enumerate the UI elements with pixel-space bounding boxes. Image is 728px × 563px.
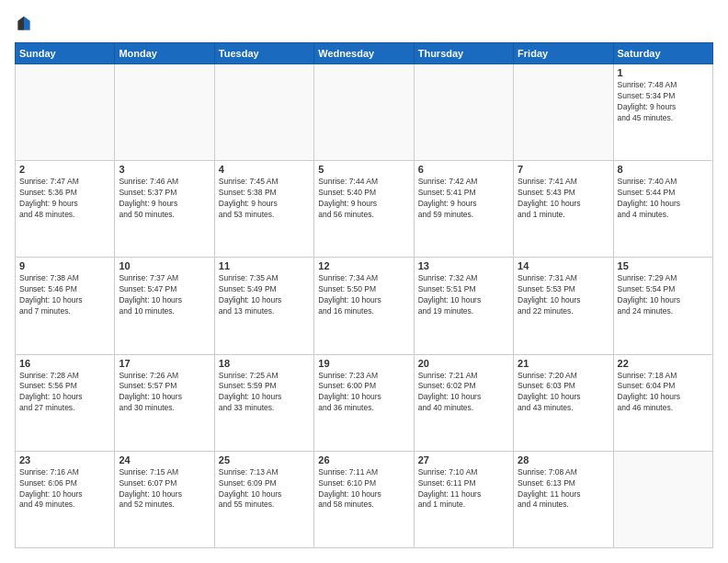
calendar-cell: 7Sunrise: 7:41 AM Sunset: 5:43 PM Daylig… xyxy=(514,161,613,258)
weekday-header: Wednesday xyxy=(314,43,414,64)
day-number: 8 xyxy=(618,164,709,175)
day-info: Sunrise: 7:44 AM Sunset: 5:40 PM Dayligh… xyxy=(318,177,409,221)
day-info: Sunrise: 7:28 AM Sunset: 5:56 PM Dayligh… xyxy=(19,371,110,415)
day-number: 20 xyxy=(418,358,509,369)
day-info: Sunrise: 7:29 AM Sunset: 5:54 PM Dayligh… xyxy=(618,273,709,317)
day-number: 5 xyxy=(318,164,409,175)
calendar-cell: 22Sunrise: 7:18 AM Sunset: 6:04 PM Dayli… xyxy=(613,354,712,451)
calendar-cell: 10Sunrise: 7:37 AM Sunset: 5:47 PM Dayli… xyxy=(115,258,214,354)
day-number: 19 xyxy=(318,358,409,369)
calendar-cell: 2Sunrise: 7:47 AM Sunset: 5:36 PM Daylig… xyxy=(16,161,115,258)
day-number: 17 xyxy=(119,358,210,369)
day-number: 10 xyxy=(119,260,210,271)
weekday-header: Sunday xyxy=(16,43,115,64)
day-info: Sunrise: 7:31 AM Sunset: 5:53 PM Dayligh… xyxy=(518,273,609,317)
day-number: 1 xyxy=(618,67,709,78)
calendar-cell xyxy=(613,451,712,547)
calendar-cell: 12Sunrise: 7:34 AM Sunset: 5:50 PM Dayli… xyxy=(314,258,414,354)
logo-icon xyxy=(15,15,33,33)
day-number: 21 xyxy=(518,358,609,369)
day-info: Sunrise: 7:46 AM Sunset: 5:37 PM Dayligh… xyxy=(119,177,210,221)
day-info: Sunrise: 7:48 AM Sunset: 5:34 PM Dayligh… xyxy=(618,80,709,124)
day-info: Sunrise: 7:26 AM Sunset: 5:57 PM Dayligh… xyxy=(119,371,210,415)
day-number: 12 xyxy=(318,260,409,271)
calendar-cell: 21Sunrise: 7:20 AM Sunset: 6:03 PM Dayli… xyxy=(514,354,613,451)
calendar-cell: 9Sunrise: 7:38 AM Sunset: 5:46 PM Daylig… xyxy=(16,258,115,354)
day-number: 18 xyxy=(219,358,310,369)
calendar-cell: 26Sunrise: 7:11 AM Sunset: 6:10 PM Dayli… xyxy=(314,451,414,547)
calendar-week-row: 16Sunrise: 7:28 AM Sunset: 5:56 PM Dayli… xyxy=(16,354,713,451)
calendar-cell: 25Sunrise: 7:13 AM Sunset: 6:09 PM Dayli… xyxy=(214,451,313,547)
calendar-cell: 8Sunrise: 7:40 AM Sunset: 5:44 PM Daylig… xyxy=(613,161,712,258)
header xyxy=(15,15,713,33)
day-info: Sunrise: 7:34 AM Sunset: 5:50 PM Dayligh… xyxy=(318,273,409,317)
calendar-cell: 28Sunrise: 7:08 AM Sunset: 6:13 PM Dayli… xyxy=(514,451,613,547)
logo xyxy=(15,15,35,33)
day-info: Sunrise: 7:16 AM Sunset: 6:06 PM Dayligh… xyxy=(19,467,110,511)
weekday-header: Friday xyxy=(514,43,613,64)
day-info: Sunrise: 7:25 AM Sunset: 5:59 PM Dayligh… xyxy=(219,371,310,415)
day-number: 27 xyxy=(418,454,509,465)
day-info: Sunrise: 7:38 AM Sunset: 5:46 PM Dayligh… xyxy=(19,273,110,317)
calendar-week-row: 9Sunrise: 7:38 AM Sunset: 5:46 PM Daylig… xyxy=(16,258,713,354)
calendar-cell: 14Sunrise: 7:31 AM Sunset: 5:53 PM Dayli… xyxy=(514,258,613,354)
calendar-week-row: 23Sunrise: 7:16 AM Sunset: 6:06 PM Dayli… xyxy=(16,451,713,547)
day-number: 26 xyxy=(318,454,409,465)
day-number: 13 xyxy=(418,260,509,271)
calendar-cell: 4Sunrise: 7:45 AM Sunset: 5:38 PM Daylig… xyxy=(214,161,313,258)
calendar-header-row: SundayMondayTuesdayWednesdayThursdayFrid… xyxy=(16,43,713,64)
day-info: Sunrise: 7:21 AM Sunset: 6:02 PM Dayligh… xyxy=(418,371,509,415)
day-info: Sunrise: 7:35 AM Sunset: 5:49 PM Dayligh… xyxy=(219,273,310,317)
calendar-cell: 27Sunrise: 7:10 AM Sunset: 6:11 PM Dayli… xyxy=(414,451,513,547)
day-number: 6 xyxy=(418,164,509,175)
day-number: 15 xyxy=(618,260,709,271)
calendar-cell: 11Sunrise: 7:35 AM Sunset: 5:49 PM Dayli… xyxy=(214,258,313,354)
day-info: Sunrise: 7:40 AM Sunset: 5:44 PM Dayligh… xyxy=(618,177,709,221)
day-number: 7 xyxy=(518,164,609,175)
calendar-cell: 1Sunrise: 7:48 AM Sunset: 5:34 PM Daylig… xyxy=(613,64,712,161)
day-info: Sunrise: 7:11 AM Sunset: 6:10 PM Dayligh… xyxy=(318,467,409,511)
calendar-cell: 13Sunrise: 7:32 AM Sunset: 5:51 PM Dayli… xyxy=(414,258,513,354)
weekday-header: Monday xyxy=(115,43,214,64)
day-info: Sunrise: 7:20 AM Sunset: 6:03 PM Dayligh… xyxy=(518,371,609,415)
day-info: Sunrise: 7:18 AM Sunset: 6:04 PM Dayligh… xyxy=(618,371,709,415)
day-info: Sunrise: 7:10 AM Sunset: 6:11 PM Dayligh… xyxy=(418,467,509,511)
calendar-cell xyxy=(115,64,214,161)
calendar-cell: 15Sunrise: 7:29 AM Sunset: 5:54 PM Dayli… xyxy=(613,258,712,354)
day-info: Sunrise: 7:13 AM Sunset: 6:09 PM Dayligh… xyxy=(219,467,310,511)
day-number: 25 xyxy=(219,454,310,465)
page: SundayMondayTuesdayWednesdayThursdayFrid… xyxy=(0,0,728,563)
day-number: 28 xyxy=(518,454,609,465)
day-info: Sunrise: 7:08 AM Sunset: 6:13 PM Dayligh… xyxy=(518,467,609,511)
day-info: Sunrise: 7:37 AM Sunset: 5:47 PM Dayligh… xyxy=(119,273,210,317)
day-info: Sunrise: 7:15 AM Sunset: 6:07 PM Dayligh… xyxy=(119,467,210,511)
calendar-cell: 17Sunrise: 7:26 AM Sunset: 5:57 PM Dayli… xyxy=(115,354,214,451)
day-info: Sunrise: 7:41 AM Sunset: 5:43 PM Dayligh… xyxy=(518,177,609,221)
calendar-week-row: 2Sunrise: 7:47 AM Sunset: 5:36 PM Daylig… xyxy=(16,161,713,258)
calendar-cell xyxy=(16,64,115,161)
calendar-cell: 20Sunrise: 7:21 AM Sunset: 6:02 PM Dayli… xyxy=(414,354,513,451)
day-number: 11 xyxy=(219,260,310,271)
day-number: 16 xyxy=(19,358,110,369)
day-number: 23 xyxy=(19,454,110,465)
calendar-week-row: 1Sunrise: 7:48 AM Sunset: 5:34 PM Daylig… xyxy=(16,64,713,161)
calendar-cell: 6Sunrise: 7:42 AM Sunset: 5:41 PM Daylig… xyxy=(414,161,513,258)
calendar-cell: 18Sunrise: 7:25 AM Sunset: 5:59 PM Dayli… xyxy=(214,354,313,451)
calendar-cell: 23Sunrise: 7:16 AM Sunset: 6:06 PM Dayli… xyxy=(16,451,115,547)
weekday-header: Saturday xyxy=(613,43,712,64)
day-number: 4 xyxy=(219,164,310,175)
day-info: Sunrise: 7:47 AM Sunset: 5:36 PM Dayligh… xyxy=(19,177,110,221)
day-number: 24 xyxy=(119,454,210,465)
calendar-cell: 3Sunrise: 7:46 AM Sunset: 5:37 PM Daylig… xyxy=(115,161,214,258)
day-number: 22 xyxy=(618,358,709,369)
calendar-cell xyxy=(214,64,313,161)
day-info: Sunrise: 7:42 AM Sunset: 5:41 PM Dayligh… xyxy=(418,177,509,221)
calendar-cell: 19Sunrise: 7:23 AM Sunset: 6:00 PM Dayli… xyxy=(314,354,414,451)
day-info: Sunrise: 7:45 AM Sunset: 5:38 PM Dayligh… xyxy=(219,177,310,221)
calendar-cell: 5Sunrise: 7:44 AM Sunset: 5:40 PM Daylig… xyxy=(314,161,414,258)
day-number: 14 xyxy=(518,260,609,271)
calendar-cell xyxy=(514,64,613,161)
weekday-header: Tuesday xyxy=(214,43,313,64)
day-number: 3 xyxy=(119,164,210,175)
calendar-cell xyxy=(414,64,513,161)
